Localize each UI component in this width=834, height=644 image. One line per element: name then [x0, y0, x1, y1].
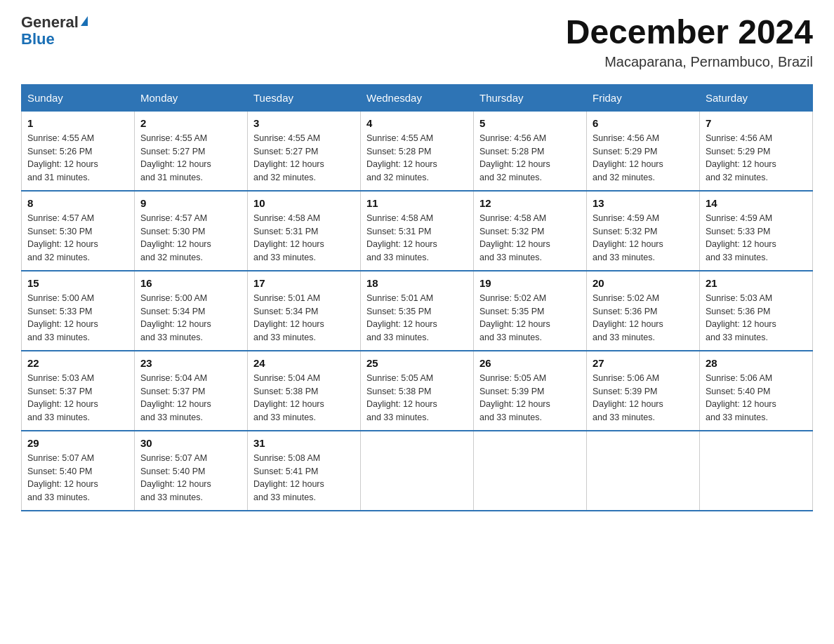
day-info: Sunrise: 4:55 AMSunset: 5:27 PMDaylight:…: [140, 132, 241, 185]
day-number: 28: [706, 357, 807, 369]
calendar-cell: 26 Sunrise: 5:05 AMSunset: 5:39 PMDaylig…: [474, 351, 587, 431]
day-info: Sunrise: 5:03 AMSunset: 5:37 PMDaylight:…: [27, 372, 128, 424]
day-info: Sunrise: 5:03 AMSunset: 5:36 PMDaylight:…: [706, 292, 807, 344]
day-info: Sunrise: 5:02 AMSunset: 5:35 PMDaylight:…: [479, 292, 581, 344]
day-number: 9: [140, 197, 241, 209]
day-info: Sunrise: 4:56 AMSunset: 5:29 PMDaylight:…: [593, 132, 694, 185]
day-info: Sunrise: 5:06 AMSunset: 5:39 PMDaylight:…: [593, 372, 694, 424]
week-row-3: 15 Sunrise: 5:00 AMSunset: 5:33 PMDaylig…: [22, 271, 813, 351]
calendar-cell: 5 Sunrise: 4:56 AMSunset: 5:28 PMDayligh…: [474, 111, 587, 191]
day-number: 18: [366, 277, 468, 289]
calendar-cell: 17 Sunrise: 5:01 AMSunset: 5:34 PMDaylig…: [248, 271, 361, 351]
day-number: 5: [479, 117, 581, 129]
week-row-4: 22 Sunrise: 5:03 AMSunset: 5:37 PMDaylig…: [22, 351, 813, 431]
day-info: Sunrise: 5:00 AMSunset: 5:34 PMDaylight:…: [140, 292, 241, 344]
day-info: Sunrise: 5:02 AMSunset: 5:36 PMDaylight:…: [593, 292, 694, 344]
day-info: Sunrise: 5:04 AMSunset: 5:38 PMDaylight:…: [253, 372, 355, 424]
day-number: 1: [27, 117, 128, 129]
calendar-cell: 4 Sunrise: 4:55 AMSunset: 5:28 PMDayligh…: [361, 111, 474, 191]
day-number: 30: [140, 437, 241, 449]
logo-general: General: [21, 14, 88, 31]
day-number: 8: [27, 197, 128, 209]
day-info: Sunrise: 4:56 AMSunset: 5:28 PMDaylight:…: [479, 132, 581, 185]
day-info: Sunrise: 4:55 AMSunset: 5:26 PMDaylight:…: [27, 132, 128, 185]
calendar-cell: [474, 431, 587, 511]
header-friday: Friday: [587, 84, 700, 111]
day-info: Sunrise: 5:06 AMSunset: 5:40 PMDaylight:…: [706, 372, 807, 424]
title-section: December 2024 Macaparana, Pernambuco, Br…: [566, 14, 813, 70]
calendar-cell: 22 Sunrise: 5:03 AMSunset: 5:37 PMDaylig…: [22, 351, 135, 431]
calendar-cell: 21 Sunrise: 5:03 AMSunset: 5:36 PMDaylig…: [700, 271, 813, 351]
calendar-cell: 2 Sunrise: 4:55 AMSunset: 5:27 PMDayligh…: [135, 111, 248, 191]
day-number: 21: [706, 277, 807, 289]
day-number: 3: [253, 117, 355, 129]
day-number: 31: [253, 437, 355, 449]
calendar-cell: 20 Sunrise: 5:02 AMSunset: 5:36 PMDaylig…: [587, 271, 700, 351]
day-info: Sunrise: 5:08 AMSunset: 5:41 PMDaylight:…: [253, 452, 355, 504]
calendar-cell: 13 Sunrise: 4:59 AMSunset: 5:32 PMDaylig…: [587, 191, 700, 271]
calendar-cell: 1 Sunrise: 4:55 AMSunset: 5:26 PMDayligh…: [22, 111, 135, 191]
calendar-cell: 9 Sunrise: 4:57 AMSunset: 5:30 PMDayligh…: [135, 191, 248, 271]
day-number: 4: [366, 117, 468, 129]
calendar-cell: 15 Sunrise: 5:00 AMSunset: 5:33 PMDaylig…: [22, 271, 135, 351]
calendar-cell: 25 Sunrise: 5:05 AMSunset: 5:38 PMDaylig…: [361, 351, 474, 431]
day-info: Sunrise: 4:58 AMSunset: 5:31 PMDaylight:…: [366, 212, 468, 264]
day-info: Sunrise: 4:59 AMSunset: 5:32 PMDaylight:…: [593, 212, 694, 264]
calendar-cell: [361, 431, 474, 511]
day-number: 10: [253, 197, 355, 209]
day-number: 12: [479, 197, 581, 209]
calendar-header: SundayMondayTuesdayWednesdayThursdayFrid…: [22, 84, 813, 111]
calendar-cell: 7 Sunrise: 4:56 AMSunset: 5:29 PMDayligh…: [700, 111, 813, 191]
day-number: 13: [593, 197, 694, 209]
calendar-cell: 16 Sunrise: 5:00 AMSunset: 5:34 PMDaylig…: [135, 271, 248, 351]
day-info: Sunrise: 4:58 AMSunset: 5:31 PMDaylight:…: [253, 212, 355, 264]
page-header: General Blue December 2024 Macaparana, P…: [21, 14, 813, 70]
calendar-cell: 23 Sunrise: 5:04 AMSunset: 5:37 PMDaylig…: [135, 351, 248, 431]
day-number: 2: [140, 117, 241, 129]
day-info: Sunrise: 5:07 AMSunset: 5:40 PMDaylight:…: [140, 452, 241, 504]
day-info: Sunrise: 5:07 AMSunset: 5:40 PMDaylight:…: [27, 452, 128, 504]
week-row-5: 29 Sunrise: 5:07 AMSunset: 5:40 PMDaylig…: [22, 431, 813, 511]
logo-blue: Blue: [21, 31, 88, 48]
day-info: Sunrise: 4:57 AMSunset: 5:30 PMDaylight:…: [27, 212, 128, 264]
day-info: Sunrise: 5:00 AMSunset: 5:33 PMDaylight:…: [27, 292, 128, 344]
day-info: Sunrise: 5:01 AMSunset: 5:34 PMDaylight:…: [253, 292, 355, 344]
day-number: 19: [479, 277, 581, 289]
day-number: 20: [593, 277, 694, 289]
day-number: 16: [140, 277, 241, 289]
day-info: Sunrise: 4:58 AMSunset: 5:32 PMDaylight:…: [479, 212, 581, 264]
day-number: 15: [27, 277, 128, 289]
header-monday: Monday: [135, 84, 248, 111]
calendar-cell: 19 Sunrise: 5:02 AMSunset: 5:35 PMDaylig…: [474, 271, 587, 351]
calendar-cell: 11 Sunrise: 4:58 AMSunset: 5:31 PMDaylig…: [361, 191, 474, 271]
day-number: 29: [27, 437, 128, 449]
logo-triangle-icon: [81, 16, 88, 26]
calendar-cell: 10 Sunrise: 4:58 AMSunset: 5:31 PMDaylig…: [248, 191, 361, 271]
calendar-cell: 31 Sunrise: 5:08 AMSunset: 5:41 PMDaylig…: [248, 431, 361, 511]
header-tuesday: Tuesday: [248, 84, 361, 111]
header-row: SundayMondayTuesdayWednesdayThursdayFrid…: [22, 84, 813, 111]
logo: General Blue: [21, 14, 88, 48]
day-number: 6: [593, 117, 694, 129]
day-number: 26: [479, 357, 581, 369]
calendar-table: SundayMondayTuesdayWednesdayThursdayFrid…: [21, 84, 813, 511]
calendar-cell: [587, 431, 700, 511]
calendar-cell: 28 Sunrise: 5:06 AMSunset: 5:40 PMDaylig…: [700, 351, 813, 431]
day-info: Sunrise: 5:05 AMSunset: 5:38 PMDaylight:…: [366, 372, 468, 424]
day-info: Sunrise: 5:04 AMSunset: 5:37 PMDaylight:…: [140, 372, 241, 424]
day-number: 17: [253, 277, 355, 289]
header-wednesday: Wednesday: [361, 84, 474, 111]
day-info: Sunrise: 5:05 AMSunset: 5:39 PMDaylight:…: [479, 372, 581, 424]
day-info: Sunrise: 4:55 AMSunset: 5:28 PMDaylight:…: [366, 132, 468, 185]
day-number: 25: [366, 357, 468, 369]
day-number: 11: [366, 197, 468, 209]
day-info: Sunrise: 4:57 AMSunset: 5:30 PMDaylight:…: [140, 212, 241, 264]
page-subtitle: Macaparana, Pernambuco, Brazil: [566, 54, 813, 70]
page-title: December 2024: [566, 14, 813, 51]
week-row-2: 8 Sunrise: 4:57 AMSunset: 5:30 PMDayligh…: [22, 191, 813, 271]
calendar-cell: 27 Sunrise: 5:06 AMSunset: 5:39 PMDaylig…: [587, 351, 700, 431]
calendar-cell: 6 Sunrise: 4:56 AMSunset: 5:29 PMDayligh…: [587, 111, 700, 191]
calendar-body: 1 Sunrise: 4:55 AMSunset: 5:26 PMDayligh…: [22, 111, 813, 511]
calendar-cell: 30 Sunrise: 5:07 AMSunset: 5:40 PMDaylig…: [135, 431, 248, 511]
calendar-cell: 18 Sunrise: 5:01 AMSunset: 5:35 PMDaylig…: [361, 271, 474, 351]
